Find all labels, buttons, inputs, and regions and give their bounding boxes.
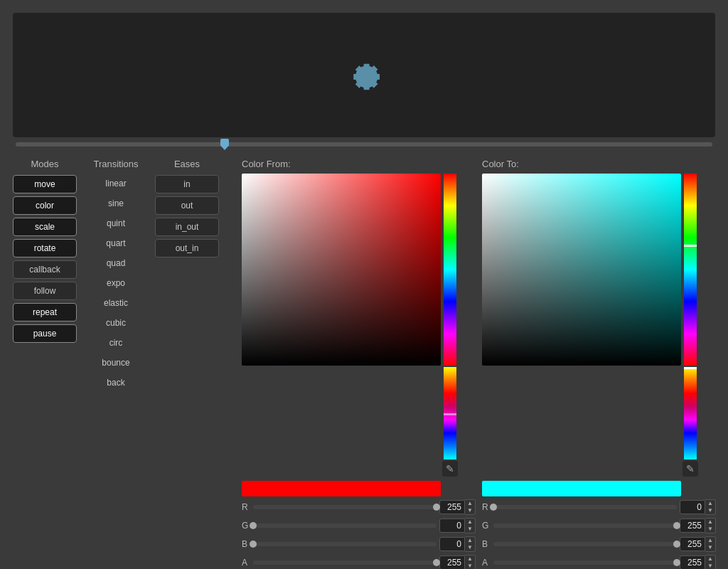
color-to-r-track[interactable] (493, 505, 677, 509)
color-from-b-up[interactable]: ▲ (465, 537, 475, 544)
color-to-a-down[interactable]: ▼ (705, 563, 715, 569)
eases-header: Eases (155, 159, 219, 169)
transition-cubic[interactable]: cubic (84, 314, 148, 331)
color-to-g-input[interactable] (680, 519, 705, 533)
color-to-r-thumb[interactable] (490, 504, 497, 511)
color-from-a-up[interactable]: ▲ (465, 555, 475, 563)
color-from-gradient[interactable] (242, 174, 441, 366)
color-from-a-row: A ▲ ▼ (242, 555, 469, 569)
color-to-eyedropper[interactable]: ✎ (682, 461, 698, 477)
color-to-g-up[interactable]: ▲ (705, 519, 715, 526)
color-to-b-thumb[interactable] (673, 541, 680, 548)
color-from-b-down[interactable]: ▼ (465, 544, 475, 551)
color-from-a-input[interactable] (439, 555, 465, 569)
transition-elastic[interactable]: elastic (84, 294, 148, 312)
color-from-g-down[interactable]: ▼ (465, 526, 475, 533)
color-from-b-row: B ▲ ▼ (242, 536, 469, 552)
mode-move[interactable]: move (13, 175, 77, 193)
color-to-r-up[interactable]: ▲ (705, 500, 715, 507)
transition-quint[interactable]: quint (84, 215, 148, 232)
color-to-g-thumb[interactable] (673, 522, 680, 529)
mode-color[interactable]: color (13, 196, 77, 215)
color-to-a-value-box: ▲ ▼ (680, 555, 710, 569)
transition-linear[interactable]: linear (84, 175, 148, 192)
color-to-r-value-box: ▲ ▼ (680, 499, 710, 515)
mode-rotate[interactable]: rotate (13, 239, 77, 257)
color-from-r-row: R ▲ ▼ (242, 499, 469, 515)
color-from-r-down[interactable]: ▼ (465, 507, 475, 514)
color-to-r-input[interactable] (680, 500, 705, 514)
transition-circ[interactable]: circ (84, 334, 148, 351)
color-to-label: Color To: (482, 159, 710, 169)
color-from-r-value-box: ▲ ▼ (439, 499, 469, 515)
transition-quad[interactable]: quad (84, 255, 148, 272)
mode-follow[interactable]: follow (13, 282, 77, 300)
color-from-g-thumb[interactable] (250, 522, 257, 529)
color-from-b-value-box: ▲ ▼ (439, 536, 469, 552)
color-from-g-up[interactable]: ▲ (465, 519, 475, 526)
color-from-b-input[interactable] (439, 537, 465, 551)
color-from-preview (242, 481, 441, 496)
color-to-b-track[interactable] (493, 542, 677, 546)
mode-callback[interactable]: callback (13, 260, 77, 279)
ease-out[interactable]: out (155, 196, 219, 215)
color-to-a-thumb[interactable] (673, 559, 680, 566)
color-from-a-down[interactable]: ▼ (465, 563, 475, 569)
ease-in[interactable]: in (155, 175, 219, 193)
color-to-preview (482, 481, 681, 496)
color-to-g-label: G (482, 521, 491, 531)
color-to-b-row: B ▲ ▼ (482, 536, 710, 552)
color-to-hue-strip[interactable] (684, 174, 697, 366)
color-from-g-track[interactable] (253, 523, 437, 528)
color-to-b-spinner: ▲ ▼ (705, 536, 716, 552)
transition-sine[interactable]: sine (84, 195, 148, 212)
color-from-g-row: G ▲ ▼ (242, 518, 469, 533)
color-to-a-track[interactable] (493, 560, 677, 565)
color-from-b-track[interactable] (253, 542, 437, 546)
modes-column: Modes move color scale rotate callback f… (13, 159, 77, 569)
color-to-r-spinner: ▲ ▼ (705, 499, 716, 515)
color-from-a-thumb[interactable] (433, 559, 440, 566)
color-from-a-track[interactable] (253, 560, 437, 565)
color-to-b-up[interactable]: ▲ (705, 537, 715, 544)
mode-scale[interactable]: scale (13, 218, 77, 236)
color-from-g-input[interactable] (439, 519, 465, 533)
timeline-thumb[interactable] (220, 139, 229, 150)
transition-quart[interactable]: quart (84, 235, 148, 252)
color-from-r-track[interactable] (253, 505, 437, 509)
color-to-g-track[interactable] (493, 523, 677, 528)
timeline-bar[interactable] (13, 137, 715, 151)
transition-back[interactable]: back (84, 374, 148, 391)
color-from-hue-strip[interactable] (444, 174, 456, 366)
color-from-eyedropper[interactable]: ✎ (442, 461, 458, 477)
ease-out-in[interactable]: out_in (155, 239, 219, 257)
color-to-g-row: G ▲ ▼ (482, 518, 710, 533)
color-from-b-thumb[interactable] (250, 541, 257, 548)
color-to-b-label: B (482, 539, 491, 549)
color-from-a-value-box: ▲ ▼ (439, 555, 469, 569)
ease-in-out[interactable]: in_out (155, 218, 219, 236)
colors-panel: Color From: ✎ R (242, 159, 715, 569)
color-to-r-down[interactable]: ▼ (705, 507, 715, 514)
color-to-a-input[interactable] (680, 555, 705, 569)
color-from-b-spinner: ▲ ▼ (465, 536, 476, 552)
transitions-column: Transitions linear sine quint quart quad… (84, 159, 148, 569)
color-from-r-up[interactable]: ▲ (465, 500, 475, 507)
color-from-r-spinner: ▲ ▼ (465, 499, 476, 515)
color-to-gradient[interactable] (482, 174, 681, 366)
color-to-b-input[interactable] (680, 537, 705, 551)
color-to-r-row: R ▲ ▼ (482, 499, 710, 515)
mode-pause[interactable]: pause (13, 324, 77, 343)
transition-bounce[interactable]: bounce (84, 354, 148, 371)
mode-repeat[interactable]: repeat (13, 303, 77, 321)
transition-expo[interactable]: expo (84, 275, 148, 292)
color-from-a-label: A (242, 558, 250, 568)
color-to-a-up[interactable]: ▲ (705, 555, 715, 563)
color-to-b-down[interactable]: ▼ (705, 544, 715, 551)
color-from-r-input[interactable] (439, 500, 465, 514)
timeline-track[interactable] (16, 142, 712, 147)
transitions-header: Transitions (84, 159, 148, 169)
color-to-g-down[interactable]: ▼ (705, 526, 715, 533)
preview-area (13, 13, 715, 137)
color-from-r-thumb[interactable] (433, 504, 440, 511)
